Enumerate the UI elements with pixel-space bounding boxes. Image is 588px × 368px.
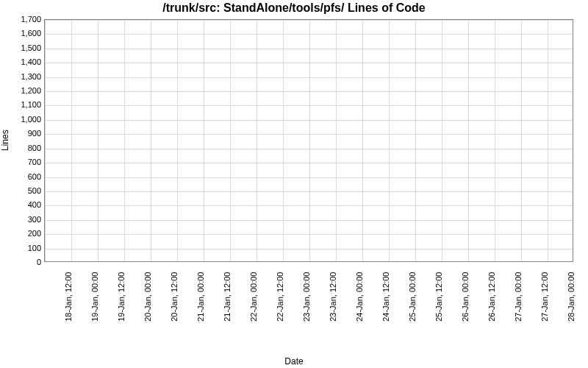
y-tick-label: 200 (4, 230, 41, 238)
plot-area (44, 19, 573, 262)
y-tick-label: 1,200 (4, 87, 41, 95)
gridline-v (283, 20, 284, 261)
y-tick-label: 500 (4, 186, 41, 194)
gridline-v (177, 20, 178, 261)
gridline-v (468, 20, 469, 261)
gridline-v (548, 20, 548, 261)
y-tick-label: 800 (4, 144, 41, 152)
gridline-v (362, 20, 363, 261)
y-tick-label: 0 (4, 258, 41, 266)
gridline-v (71, 20, 72, 261)
x-tick-label: 26-Jan, 12:00 (488, 272, 496, 322)
x-tick-label: 23-Jan, 00:00 (303, 272, 311, 322)
y-tick-label: 700 (4, 158, 41, 166)
x-tick-label: 21-Jan, 00:00 (197, 272, 205, 322)
y-tick-label: 1,400 (4, 58, 41, 66)
x-tick-label: 23-Jan, 12:00 (329, 272, 337, 322)
gridline-v (151, 20, 151, 261)
chart-title: /trunk/src: StandAlone/tools/pfs/ Lines … (0, 1, 588, 15)
x-tick-label: 20-Jan, 00:00 (144, 272, 152, 322)
x-tick-label: 24-Jan, 12:00 (382, 272, 390, 322)
x-tick-label: 20-Jan, 12:00 (171, 272, 179, 322)
y-tick-label: 1,600 (4, 29, 41, 38)
x-tick-label: 22-Jan, 00:00 (250, 272, 258, 322)
gridline-v (204, 20, 204, 261)
x-tick-label: 25-Jan, 00:00 (409, 272, 417, 322)
gridline-v (415, 20, 416, 261)
x-axis-label: Date (0, 356, 588, 367)
y-tick-label: 100 (4, 244, 41, 252)
gridline-v (521, 20, 522, 261)
x-tick-label: 27-Jan, 12:00 (541, 272, 549, 322)
x-tick-label: 18-Jan, 12:00 (65, 272, 73, 322)
x-tick-label: 28-Jan, 00:00 (567, 272, 576, 322)
y-tick-label: 1,100 (4, 101, 41, 109)
y-tick-label: 600 (4, 172, 41, 180)
x-tick-label: 19-Jan, 12:00 (118, 272, 126, 322)
gridline-v (389, 20, 390, 261)
loc-chart: /trunk/src: StandAlone/tools/pfs/ Lines … (0, 0, 588, 368)
gridline-v (336, 20, 337, 261)
y-tick-label: 1,000 (4, 115, 41, 123)
y-tick-label: 1,500 (4, 43, 41, 52)
x-tick-label: 21-Jan, 12:00 (223, 272, 232, 322)
y-tick-label: 1,300 (4, 72, 41, 80)
gridline-v (257, 20, 257, 261)
gridline-v (98, 20, 98, 261)
y-tick-label: 300 (4, 215, 41, 223)
x-tick-label: 26-Jan, 00:00 (462, 272, 470, 322)
gridline-v (124, 20, 125, 261)
gridline-v (45, 20, 46, 261)
x-tick-label: 19-Jan, 00:00 (91, 272, 99, 322)
gridline-v (495, 20, 495, 261)
x-tick-label: 25-Jan, 12:00 (435, 272, 443, 322)
x-tick-label: 27-Jan, 00:00 (514, 272, 523, 322)
y-tick-label: 1,700 (4, 15, 41, 24)
gridline-v (442, 20, 442, 261)
y-tick-label: 400 (4, 201, 41, 209)
x-tick-label: 22-Jan, 12:00 (276, 272, 284, 322)
gridline-v (309, 20, 310, 261)
gridline-v (230, 20, 231, 261)
x-tick-label: 24-Jan, 00:00 (356, 272, 364, 322)
y-tick-label: 900 (4, 130, 41, 138)
